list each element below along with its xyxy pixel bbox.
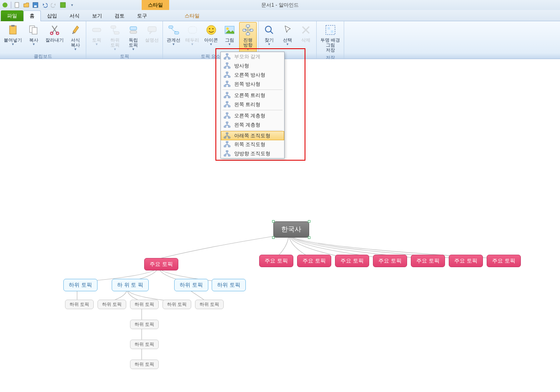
svg-rect-59 bbox=[228, 137, 230, 138]
image-button[interactable]: 그림▼ bbox=[221, 22, 238, 47]
cut-button[interactable]: 잘라내기 bbox=[43, 22, 66, 44]
direction-option-org-down[interactable]: 아래쪽 조직도형 bbox=[221, 131, 284, 140]
open-icon[interactable] bbox=[23, 2, 30, 8]
svg-rect-3 bbox=[34, 5, 37, 7]
paste-button[interactable]: 붙여넣기▼ bbox=[2, 22, 24, 47]
subtopic[interactable]: 하위 토픽 bbox=[162, 300, 191, 309]
svg-rect-40 bbox=[224, 76, 226, 77]
direction-option-hier-right[interactable]: 오른쪽 계층형 bbox=[221, 111, 284, 120]
menu-item-label: 양방향 조직도형 bbox=[234, 150, 270, 157]
direction-option-org-both[interactable]: 양방향 조직도형 bbox=[221, 149, 284, 158]
svg-point-21 bbox=[209, 28, 210, 30]
context-tab-group-label: 스타일 bbox=[142, 0, 169, 10]
app-icon bbox=[2, 2, 8, 8]
tab-file[interactable]: 파일 bbox=[1, 10, 23, 21]
direction-option-radial[interactable]: 방사형 bbox=[221, 61, 284, 70]
main-topic[interactable]: 주요 토픽 bbox=[297, 255, 331, 267]
direction-button[interactable]: 진행 방향▼ bbox=[239, 22, 257, 52]
svg-rect-1 bbox=[15, 2, 19, 7]
main-topic[interactable]: 주요 토픽 bbox=[373, 255, 407, 267]
subtopic[interactable]: 하위 토픽 bbox=[212, 279, 246, 291]
svg-rect-47 bbox=[228, 97, 230, 98]
tab-style[interactable]: 스타일 bbox=[178, 10, 206, 21]
subtopic[interactable]: 하위 토픽 bbox=[63, 279, 98, 291]
direction-option-radial-right[interactable]: 오른쪽 방사형 bbox=[221, 70, 284, 79]
relationship-button[interactable]: 관계선▼ bbox=[165, 22, 182, 47]
independent-topic-icon bbox=[127, 23, 140, 37]
root-topic[interactable]: 한국사 bbox=[273, 221, 309, 238]
svg-rect-38 bbox=[228, 67, 230, 68]
svg-point-22 bbox=[212, 28, 213, 30]
new-icon[interactable] bbox=[14, 2, 20, 8]
main-topic[interactable]: 주요 토픽 bbox=[449, 255, 483, 267]
redo-icon[interactable] bbox=[50, 2, 57, 8]
svg-rect-53 bbox=[228, 117, 230, 118]
subtopic[interactable]: 하 위 토 픽 bbox=[112, 279, 149, 291]
svg-rect-30 bbox=[326, 25, 335, 35]
main-topic[interactable]: 주요 토픽 bbox=[411, 255, 445, 267]
tab-view[interactable]: 보기 bbox=[86, 10, 108, 21]
svg-rect-62 bbox=[228, 146, 230, 147]
main-topic[interactable]: 주요 토픽 bbox=[487, 255, 521, 267]
selection-handle[interactable] bbox=[308, 236, 310, 239]
svg-rect-50 bbox=[228, 106, 230, 107]
save-icon[interactable] bbox=[32, 2, 39, 8]
icon-button[interactable]: 아이콘▼ bbox=[202, 22, 220, 47]
delete-button: 삭제 bbox=[297, 22, 315, 44]
undo-icon[interactable] bbox=[41, 2, 48, 8]
selection-handle[interactable] bbox=[308, 220, 310, 223]
independent-topic-button[interactable]: 독립 토픽▼ bbox=[125, 22, 142, 52]
tab-home[interactable]: 홈 bbox=[23, 10, 41, 21]
svg-rect-54 bbox=[226, 122, 228, 123]
tree-left-icon bbox=[223, 101, 231, 108]
theme-icon[interactable] bbox=[60, 2, 66, 8]
main-topic[interactable]: 주요 토픽 bbox=[335, 255, 369, 267]
tab-insert[interactable]: 삽입 bbox=[41, 10, 63, 21]
tab-tools[interactable]: 도구 bbox=[131, 10, 153, 21]
svg-point-0 bbox=[2, 2, 8, 7]
subtopic[interactable]: 하위 토픽 bbox=[130, 340, 159, 349]
find-button[interactable]: 찾기▼ bbox=[260, 22, 278, 47]
qat-dropdown-icon[interactable]: ▼ bbox=[69, 2, 75, 8]
svg-rect-33 bbox=[226, 54, 228, 55]
tab-review[interactable]: 검토 bbox=[108, 10, 131, 21]
svg-rect-43 bbox=[224, 85, 226, 87]
selection-handle[interactable] bbox=[272, 236, 275, 239]
svg-rect-6 bbox=[11, 25, 15, 27]
image-icon bbox=[223, 23, 236, 37]
subtopic[interactable]: 하위 토픽 bbox=[130, 360, 159, 369]
format-painter-button[interactable]: 서식 복사▼ bbox=[67, 22, 84, 52]
direction-option-radial-left[interactable]: 왼쪽 방사형 bbox=[221, 79, 284, 89]
transparent-bg-button[interactable]: 투명 배경 그림 저장 bbox=[318, 22, 342, 54]
svg-rect-4 bbox=[60, 2, 65, 7]
svg-rect-15 bbox=[130, 31, 137, 33]
direction-icon bbox=[241, 23, 255, 37]
subtopic[interactable]: 하위 토픽 bbox=[195, 300, 224, 309]
smiley-icon bbox=[205, 23, 218, 37]
subtopic[interactable]: 하위 토픽 bbox=[65, 300, 94, 309]
main-topic[interactable]: 주요 토픽 bbox=[259, 255, 293, 267]
tab-format[interactable]: 서식 bbox=[63, 10, 86, 21]
boundary-icon bbox=[186, 23, 199, 37]
paste-icon bbox=[6, 23, 20, 37]
svg-rect-19 bbox=[188, 27, 197, 33]
copy-button[interactable]: 복사▼ bbox=[25, 22, 42, 47]
subtopic[interactable]: 하위 토픽 bbox=[130, 300, 159, 309]
transparent-bg-icon bbox=[324, 23, 337, 37]
svg-rect-49 bbox=[224, 106, 226, 107]
svg-rect-25 bbox=[246, 25, 250, 27]
menu-item-label: 오른쪽 계층형 bbox=[234, 112, 265, 119]
main-topic[interactable]: 주요 토픽 bbox=[144, 258, 178, 270]
direction-option-tree-right[interactable]: 오른쪽 트리형 bbox=[221, 91, 284, 100]
subtopic[interactable]: 하위 토픽 bbox=[174, 279, 208, 291]
select-button[interactable]: 선택▼ bbox=[279, 22, 296, 47]
direction-option-org-up[interactable]: 위쪽 조직도형 bbox=[221, 140, 284, 149]
subtopic[interactable]: 하위 토픽 bbox=[98, 300, 126, 309]
selection-handle[interactable] bbox=[272, 220, 275, 223]
direction-option-hier-left[interactable]: 왼쪽 계층형 bbox=[221, 120, 284, 129]
subtopic[interactable]: 하위 토픽 bbox=[130, 320, 159, 329]
group-save: 투명 배경 그림 저장 저장 bbox=[317, 21, 344, 59]
svg-rect-45 bbox=[226, 92, 228, 94]
menu-item-label: 오른쪽 방사형 bbox=[234, 72, 265, 79]
direction-option-tree-left[interactable]: 왼쪽 트리형 bbox=[221, 100, 284, 109]
